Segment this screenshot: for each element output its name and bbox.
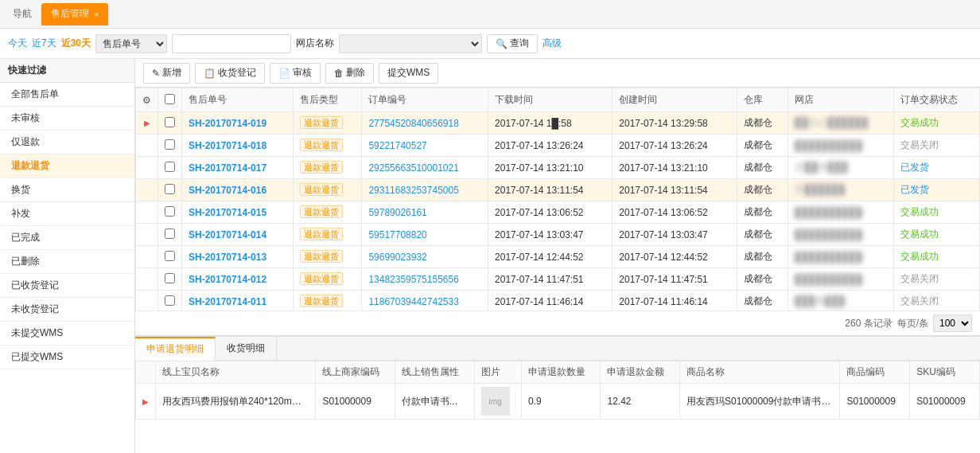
row-checkbox[interactable] <box>158 112 182 135</box>
row-status: 交易关闭 <box>893 135 979 157</box>
row-create-time: 2017-07-14 13:21:10 <box>612 157 737 179</box>
row-order-no: 59221740527 <box>362 135 488 157</box>
row-create-time: 2017-07-14 12:44:52 <box>612 246 737 268</box>
row-checkbox[interactable] <box>158 246 182 268</box>
row-download-time: 2017-07-14 1█:58 <box>488 112 612 135</box>
table-row[interactable]: SH-20170714-014 退款退货 59517708820 2017-07… <box>136 224 980 246</box>
row-indicator <box>136 179 158 201</box>
field-select[interactable]: 售后单号 <box>95 34 167 53</box>
row-create-time: 2017-07-14 13:06:52 <box>612 201 737 224</box>
top-nav: 导航 售后管理 × <box>0 0 980 29</box>
table-row[interactable]: SH-20170714-013 退款退货 59699023932 2017-07… <box>136 246 980 268</box>
close-tab-icon[interactable]: × <box>94 10 99 19</box>
table-row[interactable]: SH-20170714-017 退款退货 29255663510001021 2… <box>136 157 980 179</box>
row-type: 退款退货 <box>294 179 362 201</box>
row-checkbox[interactable] <box>158 201 182 224</box>
delete-button[interactable]: 🗑 删除 <box>325 63 374 84</box>
total-records: 260 条记录 <box>845 317 892 330</box>
col-checkbox[interactable] <box>158 88 182 112</box>
row-type: 退款退货 <box>294 291 362 311</box>
table-row[interactable]: SH-20170714-018 退款退货 59221740527 2017-07… <box>136 135 980 157</box>
bottom-table-row[interactable]: ▶ 用友西玛费用报销单240*120mm审... S01000009 付款申请书… <box>136 384 980 420</box>
table-row[interactable]: SH-20170714-015 退款退货 59789026161 2017-07… <box>136 201 980 224</box>
table-row[interactable]: SH-20170714-012 退款退货 13482359575155656 2… <box>136 268 980 291</box>
tab-receive-detail[interactable]: 收货明细 <box>216 337 277 361</box>
row-id: SH-20170714-015 <box>182 201 294 224</box>
row-download-time: 2017-07-14 11:46:14 <box>488 291 612 311</box>
time-btn-7days[interactable]: 近7天 <box>32 37 56 50</box>
time-btn-today[interactable]: 今天 <box>8 37 27 50</box>
col-type: 售后类型 <box>294 88 362 112</box>
row-checkbox[interactable] <box>158 268 182 291</box>
row-type: 退款退货 <box>294 246 362 268</box>
sidebar-item-unreviewed[interactable]: 未审核 <box>0 107 134 131</box>
row-status: 交易成功 <box>893 224 979 246</box>
sidebar-item-not-received[interactable]: 未收货登记 <box>0 298 134 322</box>
table-row[interactable]: SH-20170714-016 退款退货 29311683253745005 2… <box>136 179 980 201</box>
row-download-time: 2017-07-14 13:06:52 <box>488 201 612 224</box>
row-checkbox[interactable] <box>158 179 182 201</box>
sidebar-item-received[interactable]: 已收货登记 <box>0 274 134 298</box>
per-page-select[interactable]: 100 <box>933 314 972 332</box>
row-id: SH-20170714-014 <box>182 224 294 246</box>
sidebar-item-refund-only[interactable]: 仅退款 <box>0 131 134 154</box>
col-settings[interactable]: ⚙ <box>136 88 158 112</box>
select-all-checkbox[interactable] <box>165 94 175 104</box>
row-type: 退款退货 <box>294 201 362 224</box>
row-indicator <box>136 291 158 311</box>
sidebar-item-all[interactable]: 全部售后单 <box>0 83 134 107</box>
new-button[interactable]: ✎ 新增 <box>143 63 190 84</box>
row-indicator <box>136 157 158 179</box>
bottom-table-area: 线上宝贝名称 线上商家编码 线上销售属性 图片 申请退款数量 申请退款金额 商品… <box>135 361 980 420</box>
row-checkbox[interactable] <box>158 224 182 246</box>
row-warehouse: 成都仓 <box>737 135 788 157</box>
table-row[interactable]: SH-20170714-011 退款退货 11867039442742533 2… <box>136 291 980 311</box>
advanced-btn[interactable]: 高级 <box>542 37 562 50</box>
row-indicator <box>136 135 158 157</box>
row-id: SH-20170714-012 <box>182 268 294 291</box>
tab-label: 售后管理 <box>51 7 89 21</box>
query-button[interactable]: 🔍 查询 <box>487 34 538 53</box>
row-id: SH-20170714-013 <box>182 246 294 268</box>
row-download-time: 2017-07-14 13:21:10 <box>488 157 612 179</box>
row-status: 交易关闭 <box>893 268 979 291</box>
nav-label: 导航 <box>6 7 38 21</box>
active-tab[interactable]: 售后管理 × <box>41 3 108 25</box>
sidebar-item-not-wms[interactable]: 未提交WMS <box>0 322 134 346</box>
row-warehouse: 成都仓 <box>737 291 788 311</box>
col-download-time: 下载时间 <box>488 88 612 112</box>
row-type: 退款退货 <box>294 157 362 179</box>
row-warehouse: 成都仓 <box>737 179 788 201</box>
time-btn-30days[interactable]: 近30天 <box>61 37 91 50</box>
row-shop: 苏██████ <box>788 179 894 201</box>
sidebar-item-completed[interactable]: 已完成 <box>0 226 134 250</box>
tab-refund-detail[interactable]: 申请退货明细 <box>135 337 216 361</box>
search-input[interactable] <box>172 34 291 53</box>
row-type: 退款退货 <box>294 135 362 157</box>
bottom-col-merchant-code: 线上商家编码 <box>316 361 395 384</box>
row-checkbox[interactable] <box>158 157 182 179</box>
row-download-time: 2017-07-14 13:03:47 <box>488 224 612 246</box>
row-shop: ███致███ <box>788 291 894 311</box>
row-shop: ██办公██████ <box>788 112 894 135</box>
delete-icon: 🗑 <box>334 68 344 79</box>
row-checkbox[interactable] <box>158 135 182 157</box>
row-checkbox[interactable] <box>158 291 182 311</box>
shop-select[interactable] <box>339 34 482 53</box>
sidebar-item-reissue[interactable]: 补发 <box>0 202 134 226</box>
review-button[interactable]: 📄 审核 <box>270 63 321 84</box>
sidebar-item-deleted[interactable]: 已删除 <box>0 250 134 274</box>
table-row[interactable]: ▶ SH-20170714-019 退款退货 27754520840656918… <box>136 112 980 135</box>
col-order-no: 订单编号 <box>362 88 488 112</box>
sidebar-item-refund-return[interactable]: 退款退货 <box>0 154 134 178</box>
sidebar-item-wms-submitted[interactable]: 已提交WMS <box>0 346 134 369</box>
receive-button[interactable]: 📋 收货登记 <box>195 63 265 84</box>
submit-wms-button[interactable]: 提交WMS <box>379 63 438 84</box>
row-indicator <box>136 224 158 246</box>
row-type: 退款退货 <box>294 268 362 291</box>
sidebar-item-exchange[interactable]: 换货 <box>0 178 134 202</box>
row-order-no: 27754520840656918 <box>362 112 488 135</box>
col-shop: 网店 <box>788 88 894 112</box>
row-order-no: 59699023932 <box>362 246 488 268</box>
bottom-panel: 申请退货明细 收货明细 线上宝贝名称 线上商家编码 线上销售属性 图片 申请退款… <box>135 335 980 453</box>
